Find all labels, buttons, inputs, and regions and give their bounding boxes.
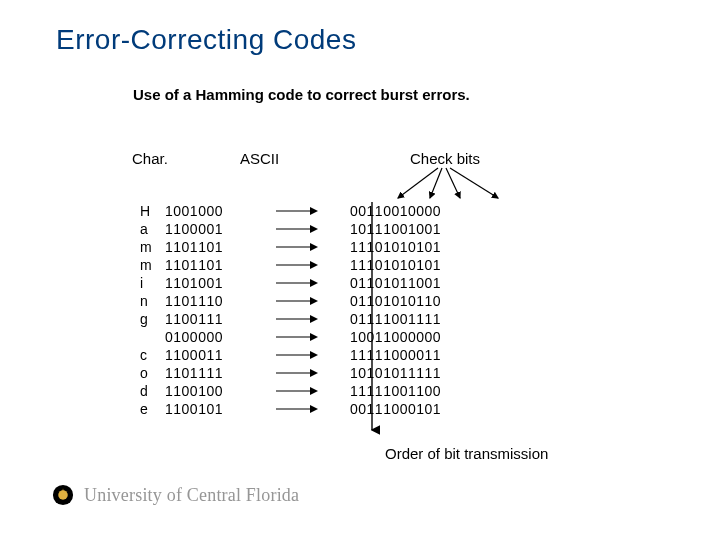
cell-check: 01101010110 [320, 293, 460, 309]
table-row: e110010100111000101 [110, 400, 460, 418]
cell-check: 11111000011 [320, 347, 460, 363]
cell-ascii: 0100000 [140, 329, 270, 345]
cell-ascii: 1001000 [140, 203, 270, 219]
ucf-logo-icon [52, 484, 74, 506]
cell-check: 00110010000 [320, 203, 460, 219]
row-arrow-icon [270, 256, 320, 274]
row-arrow-icon [270, 274, 320, 292]
cell-ascii: 1100001 [140, 221, 270, 237]
row-arrow-icon [270, 238, 320, 256]
row-arrow-icon [270, 364, 320, 382]
cell-ascii: 1100011 [140, 347, 270, 363]
cell-check: 10111001001 [320, 221, 460, 237]
footer: University of Central Florida [52, 484, 299, 506]
slide-subtitle: Use of a Hamming code to correct burst e… [133, 86, 470, 103]
row-arrow-icon [270, 220, 320, 238]
table-row: H100100000110010000 [110, 202, 460, 220]
cell-char: a [110, 221, 140, 237]
table-row: o110111110101011111 [110, 364, 460, 382]
cell-ascii: 1101001 [140, 275, 270, 291]
table-row: d110010011111001100 [110, 382, 460, 400]
cell-check: 01111001111 [320, 311, 460, 327]
cell-ascii: 1101101 [140, 239, 270, 255]
cell-ascii: 1101111 [140, 365, 270, 381]
cell-check: 11111001100 [320, 383, 460, 399]
cell-ascii: 1101101 [140, 257, 270, 273]
table-row: g110011101111001111 [110, 310, 460, 328]
cell-char: e [110, 401, 140, 417]
caption-order: Order of bit transmission [385, 445, 548, 462]
table-row: i110100101101011001 [110, 274, 460, 292]
cell-char: n [110, 293, 140, 309]
row-arrow-icon [270, 328, 320, 346]
table-row: 010000010011000000 [110, 328, 460, 346]
cell-char: H [110, 203, 140, 219]
slide-title: Error-Correcting Codes [56, 24, 356, 56]
cell-check: 01101011001 [320, 275, 460, 291]
col-header-ascii: ASCII [240, 150, 279, 167]
cell-char: i [110, 275, 140, 291]
cell-check: 10101011111 [320, 365, 460, 381]
cell-ascii: 1100111 [140, 311, 270, 327]
cell-check: 00111000101 [320, 401, 460, 417]
row-arrow-icon [270, 292, 320, 310]
cell-char: d [110, 383, 140, 399]
cell-char: m [110, 257, 140, 273]
col-header-char: Char. [132, 150, 168, 167]
cell-char: m [110, 239, 140, 255]
university-name: University of Central Florida [84, 485, 299, 506]
table-row: m110110111101010101 [110, 238, 460, 256]
cell-char: g [110, 311, 140, 327]
table-row: m110110111101010101 [110, 256, 460, 274]
table-row: c110001111111000011 [110, 346, 460, 364]
cell-check: 11101010101 [320, 257, 460, 273]
check-bits-arrows [380, 164, 520, 204]
cell-char: o [110, 365, 140, 381]
table-row: a110000110111001001 [110, 220, 460, 238]
cell-ascii: 1100100 [140, 383, 270, 399]
table-row: n110111001101010110 [110, 292, 460, 310]
data-rows: H100100000110010000a110000110111001001m1… [110, 202, 460, 418]
cell-ascii: 1101110 [140, 293, 270, 309]
row-arrow-icon [270, 310, 320, 328]
svg-line-3 [450, 168, 498, 198]
row-arrow-icon [270, 202, 320, 220]
cell-check: 10011000000 [320, 329, 460, 345]
cell-char: c [110, 347, 140, 363]
row-arrow-icon [270, 382, 320, 400]
cell-check: 11101010101 [320, 239, 460, 255]
row-arrow-icon [270, 346, 320, 364]
slide: Error-Correcting Codes Use of a Hamming … [0, 0, 720, 540]
cell-ascii: 1100101 [140, 401, 270, 417]
row-arrow-icon [270, 400, 320, 418]
